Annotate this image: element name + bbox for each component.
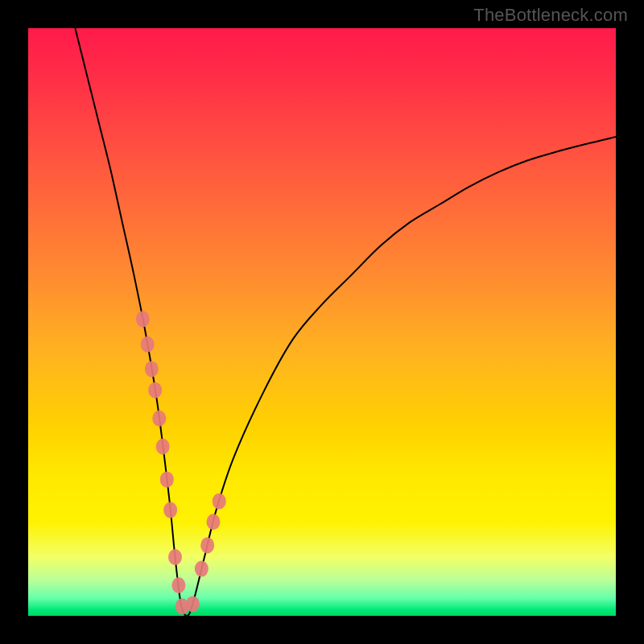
curve-marker: [200, 537, 214, 553]
curve-marker: [186, 596, 200, 612]
watermark-text: TheBottleneck.com: [473, 5, 628, 26]
curve-marker: [213, 493, 226, 510]
plot-area: [28, 28, 616, 616]
curve-marker: [160, 472, 174, 488]
curve-marker: [195, 561, 208, 577]
curve-marker: [148, 382, 162, 398]
bottleneck-curve-path: [75, 28, 616, 616]
curve-marker: [163, 502, 177, 518]
curve-marker: [136, 311, 150, 327]
curve-marker: [156, 439, 170, 455]
curve-marker: [206, 514, 220, 530]
curve-marker: [168, 549, 182, 565]
curve-marker: [141, 336, 155, 353]
chart-svg: [28, 28, 616, 616]
curve-marker: [171, 577, 185, 593]
curve-marker: [152, 411, 166, 427]
curve-marker: [145, 361, 159, 377]
